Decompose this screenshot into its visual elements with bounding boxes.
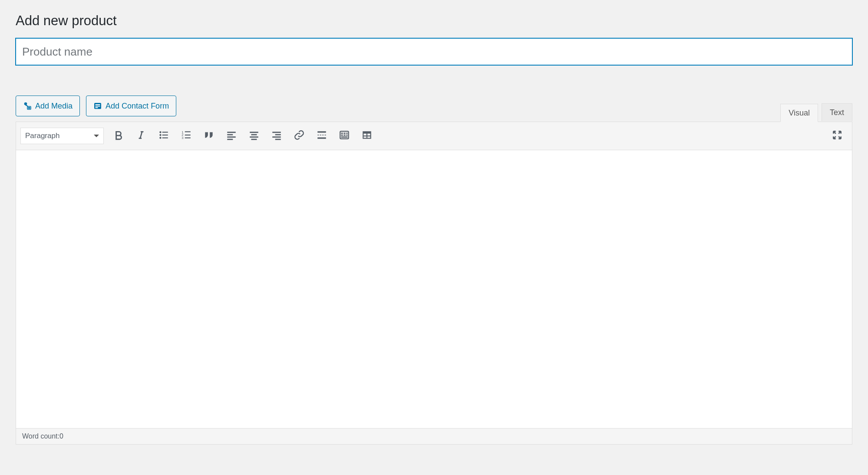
svg-rect-28 xyxy=(250,136,258,138)
align-right-button[interactable] xyxy=(268,127,285,145)
svg-rect-20 xyxy=(185,135,191,135)
align-left-icon xyxy=(226,129,237,142)
bullet-list-icon xyxy=(158,129,169,142)
italic-icon xyxy=(135,129,147,142)
add-media-button[interactable]: Add Media xyxy=(16,96,80,116)
align-right-icon xyxy=(271,129,282,142)
svg-rect-15 xyxy=(162,137,168,138)
word-count-label: Word count: xyxy=(22,432,59,440)
bold-icon xyxy=(113,129,124,142)
svg-rect-33 xyxy=(275,139,281,140)
svg-rect-32 xyxy=(272,136,281,138)
tab-text[interactable]: Text xyxy=(822,103,852,121)
italic-button[interactable] xyxy=(132,127,150,145)
tab-visual[interactable]: Visual xyxy=(780,104,818,122)
svg-rect-38 xyxy=(341,133,343,134)
svg-rect-13 xyxy=(162,132,168,132)
page-title: Add new product xyxy=(16,13,852,29)
title-field-wrap xyxy=(16,38,852,65)
editor-content-area[interactable] xyxy=(16,150,852,428)
editor-status-bar: Word count: 0 xyxy=(16,428,852,444)
fullscreen-icon xyxy=(832,129,843,142)
svg-rect-49 xyxy=(367,136,370,138)
editor-header-row: Add Media Add Contact Form Visual xyxy=(16,96,852,122)
svg-rect-27 xyxy=(251,134,257,135)
svg-rect-46 xyxy=(363,134,366,135)
svg-rect-29 xyxy=(251,139,257,140)
table-button[interactable] xyxy=(358,127,376,145)
read-more-icon xyxy=(316,129,327,142)
svg-rect-47 xyxy=(367,134,370,135)
svg-rect-40 xyxy=(346,133,347,134)
svg-rect-39 xyxy=(343,133,345,134)
blockquote-button[interactable] xyxy=(200,127,218,145)
rich-text-editor: Paragraph 123 xyxy=(16,122,852,445)
svg-rect-2 xyxy=(28,107,30,109)
read-more-button[interactable] xyxy=(313,127,330,145)
link-icon xyxy=(294,129,305,142)
numbered-list-button[interactable]: 123 xyxy=(178,127,195,145)
svg-rect-31 xyxy=(275,134,281,135)
svg-text:3: 3 xyxy=(182,136,183,140)
insert-link-button[interactable] xyxy=(290,127,308,145)
tab-text-label: Text xyxy=(830,108,844,117)
bold-button[interactable] xyxy=(110,127,127,145)
contact-form-icon xyxy=(93,102,102,110)
toolbar-toggle-icon xyxy=(339,129,350,142)
editor-toolbar: Paragraph 123 xyxy=(16,122,852,150)
product-name-input[interactable] xyxy=(16,38,852,65)
svg-rect-34 xyxy=(317,131,326,132)
svg-rect-35 xyxy=(317,137,326,139)
add-media-icon xyxy=(23,102,32,110)
word-count-value: 0 xyxy=(59,432,63,440)
table-icon xyxy=(361,129,373,142)
page-wrap: Add new product Add Media xyxy=(0,0,868,475)
svg-rect-5 xyxy=(96,106,100,107)
tab-visual-label: Visual xyxy=(789,109,810,118)
svg-rect-48 xyxy=(363,136,366,138)
chevron-down-icon xyxy=(94,135,99,137)
svg-rect-41 xyxy=(341,135,343,136)
svg-rect-4 xyxy=(96,104,100,105)
svg-rect-14 xyxy=(162,135,168,135)
svg-point-11 xyxy=(159,134,161,136)
bullet-list-button[interactable] xyxy=(155,127,172,145)
fullscreen-button[interactable] xyxy=(828,127,846,145)
svg-rect-44 xyxy=(341,136,347,138)
svg-rect-43 xyxy=(346,135,347,136)
svg-point-10 xyxy=(159,131,161,133)
format-select-label: Paragraph xyxy=(25,132,59,140)
media-buttons: Add Media Add Contact Form xyxy=(16,96,176,116)
align-left-button[interactable] xyxy=(223,127,240,145)
format-select[interactable]: Paragraph xyxy=(20,128,104,144)
align-center-button[interactable] xyxy=(245,127,263,145)
svg-rect-21 xyxy=(185,137,191,138)
toolbar-toggle-button[interactable] xyxy=(336,127,353,145)
svg-rect-19 xyxy=(185,131,191,132)
numbered-list-icon: 123 xyxy=(181,129,192,142)
svg-point-12 xyxy=(159,137,161,139)
editor-mode-tabs: Visual Text xyxy=(780,103,852,122)
svg-point-0 xyxy=(24,102,27,106)
svg-rect-25 xyxy=(227,139,233,140)
svg-rect-6 xyxy=(96,107,98,108)
add-contact-form-label: Add Contact Form xyxy=(106,102,169,110)
svg-rect-42 xyxy=(343,135,345,136)
svg-rect-30 xyxy=(272,132,281,133)
svg-line-7 xyxy=(140,132,142,138)
svg-rect-26 xyxy=(250,132,258,133)
svg-rect-22 xyxy=(227,132,236,133)
add-contact-form-button[interactable]: Add Contact Form xyxy=(86,96,176,116)
svg-rect-24 xyxy=(227,136,236,138)
svg-rect-23 xyxy=(227,134,233,135)
align-center-icon xyxy=(248,129,260,142)
add-media-label: Add Media xyxy=(35,102,73,110)
blockquote-icon xyxy=(203,129,215,142)
